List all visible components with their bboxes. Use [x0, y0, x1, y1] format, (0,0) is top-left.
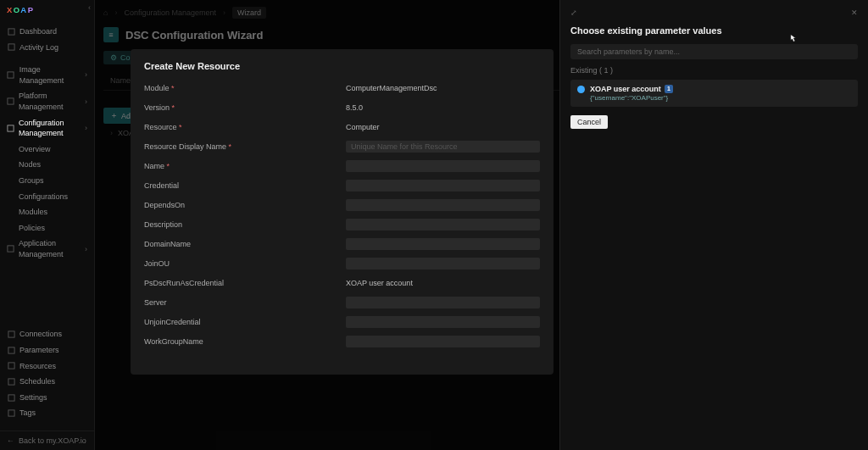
svg-rect-11: [8, 347, 14, 353]
nav-configuration-management[interactable]: Configuration Management›: [0, 115, 94, 142]
nav-label: Nodes: [19, 159, 41, 170]
layers-icon: [7, 97, 14, 106]
field-input[interactable]: [346, 336, 540, 347]
nav-label: Resources: [19, 361, 56, 372]
nav-image-management[interactable]: Image Management›: [0, 62, 94, 88]
field-label: JoinOU: [144, 259, 346, 268]
field-description: Description: [144, 218, 540, 231]
nav-sub-nodes[interactable]: Nodes: [0, 157, 94, 173]
nav-resources[interactable]: Resources: [0, 358, 94, 375]
field-value: Computer: [346, 123, 540, 131]
nav-label: Tags: [19, 408, 36, 419]
svg-rect-8: [8, 125, 14, 131]
nav-label: Connections: [19, 329, 62, 340]
nav-label: Configuration Management: [19, 118, 85, 139]
field-resource-display-name: Resource Display Name *Unique Name for t…: [144, 140, 540, 153]
field-name: Name *: [144, 159, 540, 172]
field-value: XOAP user account: [346, 279, 540, 287]
nav-application-management[interactable]: Application Management›: [0, 236, 94, 262]
nav-sub-overview[interactable]: Overview: [0, 142, 94, 158]
svg-rect-6: [8, 72, 14, 78]
field-domainname: DomainName: [144, 237, 540, 250]
nav-label: Parameters: [19, 345, 59, 356]
close-icon[interactable]: ✕: [851, 8, 858, 17]
nav-connections[interactable]: Connections: [0, 326, 94, 342]
param-badge: 1: [665, 85, 673, 92]
field-input[interactable]: [346, 238, 540, 250]
svg-rect-4: [8, 29, 14, 35]
field-server: Server: [144, 296, 540, 308]
field-label: Description: [144, 220, 346, 229]
parameter-drawer: ⤢ ✕ Choose existing parameter values Exi…: [559, 0, 868, 450]
sliders-icon: [7, 124, 14, 132]
field-input[interactable]: Unique Name for this Resource: [346, 141, 540, 153]
svg-rect-9: [8, 246, 14, 252]
nav-sub-groups[interactable]: Groups: [0, 173, 94, 189]
svg-rect-10: [8, 331, 14, 337]
nav-activity-log[interactable]: Activity Log: [0, 40, 94, 56]
field-version: Version *8.5.0: [144, 101, 540, 114]
clock-icon: [7, 43, 15, 52]
field-input[interactable]: [346, 297, 540, 308]
nav-sub-configurations[interactable]: Configurations: [0, 189, 94, 205]
nav-label: Overview: [19, 144, 51, 155]
chevron-icon: ›: [85, 69, 87, 81]
sidebar-collapse-icon[interactable]: ‹: [88, 3, 91, 12]
svg-rect-15: [8, 410, 14, 416]
grid-icon: [7, 27, 15, 36]
search-input[interactable]: [570, 44, 858, 59]
field-module: Module *ComputerManagementDsc: [144, 81, 540, 94]
parameter-option[interactable]: XOAP user account1 {"username":"XOAPuser…: [570, 80, 858, 107]
nav-platform-management[interactable]: Platform Management›: [0, 88, 94, 114]
svg-rect-7: [8, 98, 14, 104]
field-input[interactable]: [346, 316, 540, 328]
svg-rect-13: [8, 379, 14, 385]
box-icon: [7, 245, 14, 253]
field-label: Module *: [144, 84, 346, 92]
back-link[interactable]: ←Back to my.XOAP.io: [0, 431, 94, 450]
field-label: UnjoinCredential: [144, 318, 346, 326]
image-icon: [7, 71, 15, 80]
field-input[interactable]: [346, 160, 540, 172]
field-label: DependsOn: [144, 201, 346, 209]
drawer-expand-icon[interactable]: ⤢: [570, 8, 577, 17]
radio-selected-icon[interactable]: [577, 86, 585, 93]
field-label: Server: [144, 298, 346, 307]
nav-label: Activity Log: [19, 42, 58, 53]
field-input[interactable]: [346, 219, 540, 231]
field-input[interactable]: [346, 180, 540, 192]
nav-parameters[interactable]: Parameters: [0, 342, 94, 358]
svg-text:X: X: [7, 5, 13, 14]
nav-sub-policies[interactable]: Policies: [0, 220, 94, 236]
param-name: XOAP user account: [590, 85, 661, 93]
field-label: Credential: [144, 181, 346, 190]
field-label: PsDscRunAsCredential: [144, 279, 346, 287]
svg-rect-14: [8, 395, 14, 401]
nav-dashboard[interactable]: Dashboard: [0, 24, 94, 40]
field-value: 8.5.0: [346, 103, 540, 112]
existing-count: Existing ( 1 ): [570, 66, 858, 75]
nav-schedules[interactable]: Schedules: [0, 374, 94, 390]
nav-sub-modules[interactable]: Modules: [0, 204, 94, 220]
chevron-icon: ›: [85, 97, 87, 108]
field-label: Version *: [144, 103, 346, 112]
field-label: Resource Display Name *: [144, 142, 346, 151]
nav-label: Application Management: [19, 238, 85, 259]
nav-label: Groups: [19, 175, 44, 186]
svg-text:A: A: [20, 5, 26, 14]
field-value: ComputerManagementDsc: [346, 84, 540, 92]
logo: XOAP ‹: [0, 0, 94, 20]
field-input[interactable]: [346, 258, 540, 269]
chevron-icon: ›: [85, 244, 87, 255]
nav-settings[interactable]: Settings: [0, 390, 94, 406]
params-icon: [7, 346, 15, 354]
create-resource-modal: Create New Resource Module *ComputerMana…: [131, 49, 554, 375]
nav-label: Platform Management: [19, 91, 85, 112]
field-input[interactable]: [346, 199, 540, 211]
nav-label: Policies: [19, 223, 45, 234]
nav-label: Dashboard: [19, 26, 57, 37]
nav-tags[interactable]: Tags: [0, 405, 94, 421]
sidebar: XOAP ‹ DashboardActivity Log Image Manag…: [0, 0, 95, 450]
cancel-button[interactable]: Cancel: [570, 115, 608, 129]
nav-label: Schedules: [19, 376, 55, 387]
